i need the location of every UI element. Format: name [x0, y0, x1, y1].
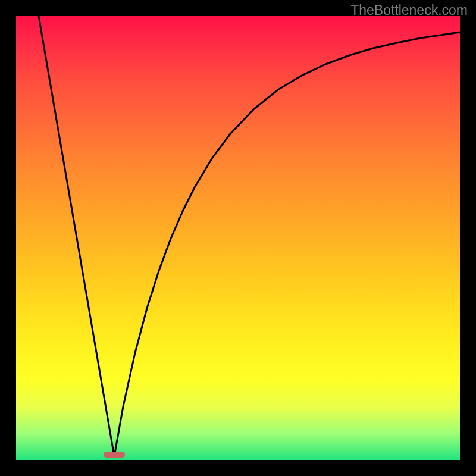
curve-right-branch — [114, 32, 460, 456]
bottleneck-curve — [16, 16, 460, 460]
watermark-text: TheBottleneck.com — [350, 2, 468, 18]
curve-left-branch — [39, 16, 114, 456]
chart-frame: TheBottleneck.com — [0, 0, 476, 476]
plot-area — [16, 16, 460, 460]
optimal-marker — [104, 452, 125, 458]
